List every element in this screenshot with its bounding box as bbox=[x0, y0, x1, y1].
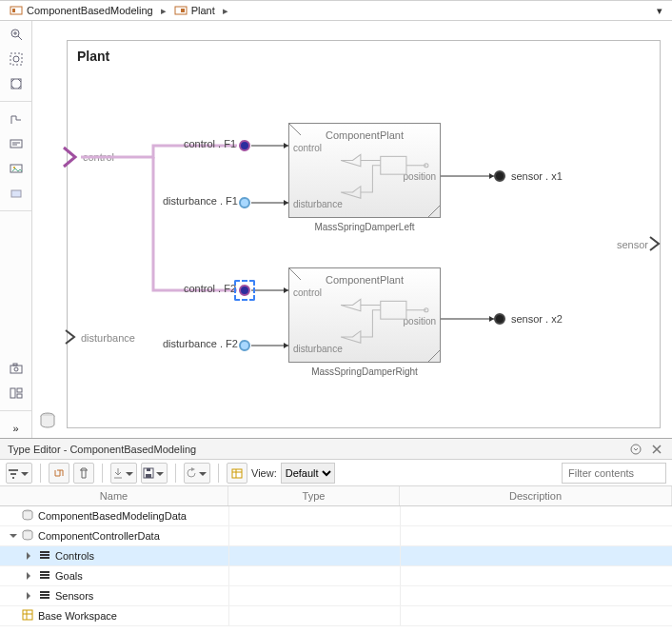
svg-rect-19 bbox=[13, 364, 17, 366]
breadcrumb-root-label: ComponentBasedModeling bbox=[27, 5, 153, 16]
model-storage-icon[interactable] bbox=[38, 411, 57, 432]
annotation-icon[interactable] bbox=[6, 134, 27, 153]
svg-rect-1 bbox=[12, 9, 15, 12]
type-tree[interactable]: ComponentBasedModelingDataComponentContr… bbox=[0, 506, 672, 626]
tree-row[interactable]: Sensors bbox=[0, 586, 672, 606]
panel-close-icon[interactable] bbox=[649, 442, 664, 457]
filter-input[interactable] bbox=[562, 463, 666, 484]
pin-disturbance: disturbance bbox=[293, 199, 343, 209]
svg-rect-49 bbox=[23, 610, 32, 620]
type-editor-toolbar: View: Default bbox=[0, 460, 672, 486]
tree-row[interactable]: ComponentBasedModelingData bbox=[0, 506, 672, 526]
svg-rect-33 bbox=[146, 474, 151, 478]
diagram-canvas[interactable]: Plant control disturbance sensor bbox=[32, 21, 672, 438]
svg-rect-21 bbox=[17, 388, 22, 392]
col-name[interactable]: Name bbox=[0, 486, 228, 505]
import-button[interactable] bbox=[110, 463, 137, 484]
chevron-right-icon: ▸ bbox=[161, 5, 167, 17]
tree-row[interactable]: Goals bbox=[0, 566, 672, 586]
bus-element-control-f1[interactable] bbox=[239, 140, 250, 151]
svg-rect-14 bbox=[10, 165, 22, 172]
area-icon[interactable] bbox=[6, 184, 27, 203]
panel-options-icon[interactable] bbox=[628, 442, 643, 457]
row-label: ComponentBasedModelingData bbox=[38, 510, 187, 522]
inport-disturbance-icon bbox=[64, 328, 79, 346]
block-internal-diagram-icon bbox=[341, 293, 430, 353]
svg-rect-17 bbox=[10, 366, 22, 373]
tree-row[interactable]: Controls bbox=[0, 546, 672, 566]
svg-rect-8 bbox=[10, 53, 22, 65]
inport-control-icon bbox=[62, 146, 81, 168]
block-inner-title: ComponentPlant bbox=[289, 129, 440, 141]
breadcrumb-child[interactable]: Plant bbox=[168, 4, 221, 17]
svg-rect-34 bbox=[147, 468, 150, 471]
bus-element-disturbance-f2[interactable] bbox=[239, 340, 250, 351]
row-label: Base Workspace bbox=[38, 610, 117, 622]
pin-control: control bbox=[293, 143, 322, 153]
signal-disturbance-f1: disturbance . F1 bbox=[163, 195, 238, 207]
block-label-left: MassSpringDamperLeft bbox=[288, 222, 441, 232]
row-label: Sensors bbox=[55, 590, 93, 602]
bus-element-sensor-x2[interactable] bbox=[494, 313, 505, 325]
svg-rect-26 bbox=[381, 301, 406, 319]
row-label: ComponentControllerData bbox=[38, 530, 160, 542]
canvas-title: Plant bbox=[77, 49, 109, 64]
row-icon bbox=[38, 588, 51, 603]
corner-icon bbox=[289, 268, 301, 280]
save-button[interactable] bbox=[141, 463, 168, 484]
snapshot-icon[interactable] bbox=[6, 359, 27, 378]
row-icon bbox=[38, 548, 51, 564]
image-icon[interactable] bbox=[6, 159, 27, 178]
block-mass-spring-damper-right[interactable]: ComponentPlant control disturbance posit… bbox=[288, 267, 441, 363]
model-icon bbox=[10, 4, 23, 17]
breadcrumb-root[interactable]: ComponentBasedModeling bbox=[4, 4, 159, 17]
view-select[interactable]: Default bbox=[281, 463, 335, 484]
expand-sidebar-icon[interactable]: » bbox=[6, 419, 27, 438]
filter-sources-button[interactable] bbox=[6, 463, 32, 484]
fit-to-view-icon[interactable] bbox=[6, 74, 27, 93]
svg-rect-20 bbox=[10, 388, 15, 398]
signal-control-f2: control . F2 bbox=[184, 283, 236, 294]
corner-icon bbox=[289, 124, 301, 135]
bus-element-sensor-x1[interactable] bbox=[494, 170, 505, 182]
row-label: Controls bbox=[55, 550, 94, 562]
col-type[interactable]: Type bbox=[228, 486, 400, 505]
tree-row[interactable]: ComponentControllerData bbox=[0, 526, 672, 546]
row-icon bbox=[21, 608, 34, 623]
signal-disturbance-f2: disturbance . F2 bbox=[163, 338, 238, 349]
svg-rect-16 bbox=[11, 190, 21, 197]
pin-control: control bbox=[293, 287, 322, 298]
block-mass-spring-damper-left[interactable]: ComponentPlant control disturbance posit… bbox=[288, 123, 441, 218]
row-icon bbox=[21, 528, 34, 544]
panel-title: Type Editor - ComponentBasedModeling bbox=[8, 444, 196, 455]
new-workspace-button[interactable] bbox=[227, 463, 247, 484]
type-editor-panel: Type Editor - ComponentBasedModeling Vie… bbox=[0, 438, 672, 633]
zoom-fit-icon[interactable] bbox=[6, 49, 27, 69]
inport-disturbance-label: disturbance bbox=[81, 332, 135, 344]
model-browser-icon[interactable] bbox=[6, 384, 27, 403]
inport-control-label: control bbox=[83, 151, 114, 163]
toggle-sample-time-icon[interactable] bbox=[6, 109, 27, 129]
tree-header: Name Type Description bbox=[0, 486, 672, 506]
bus-element-control-f2[interactable] bbox=[239, 285, 250, 296]
outport-sensor-icon bbox=[648, 235, 663, 252]
tree-row[interactable]: Base Workspace bbox=[0, 606, 672, 626]
breadcrumb-menu-icon[interactable]: ▾ bbox=[651, 5, 668, 17]
svg-rect-11 bbox=[10, 140, 22, 148]
block-label-right: MassSpringDamperRight bbox=[288, 366, 441, 377]
subsystem-icon bbox=[174, 4, 188, 17]
zoom-in-icon[interactable] bbox=[6, 25, 27, 44]
bus-element-disturbance-f1[interactable] bbox=[239, 197, 250, 208]
resize-handle-icon bbox=[428, 206, 440, 217]
col-desc[interactable]: Description bbox=[400, 486, 672, 505]
chevron-right-icon: ▸ bbox=[223, 5, 228, 17]
breadcrumb-child-label: Plant bbox=[191, 5, 215, 16]
refresh-button[interactable] bbox=[184, 463, 210, 484]
cut-button[interactable] bbox=[49, 463, 69, 484]
svg-rect-24 bbox=[381, 156, 406, 174]
delete-button[interactable] bbox=[73, 463, 94, 484]
resize-handle-icon bbox=[428, 350, 440, 362]
svg-point-18 bbox=[14, 367, 18, 371]
svg-rect-35 bbox=[232, 469, 242, 478]
pin-disturbance: disturbance bbox=[293, 344, 343, 354]
